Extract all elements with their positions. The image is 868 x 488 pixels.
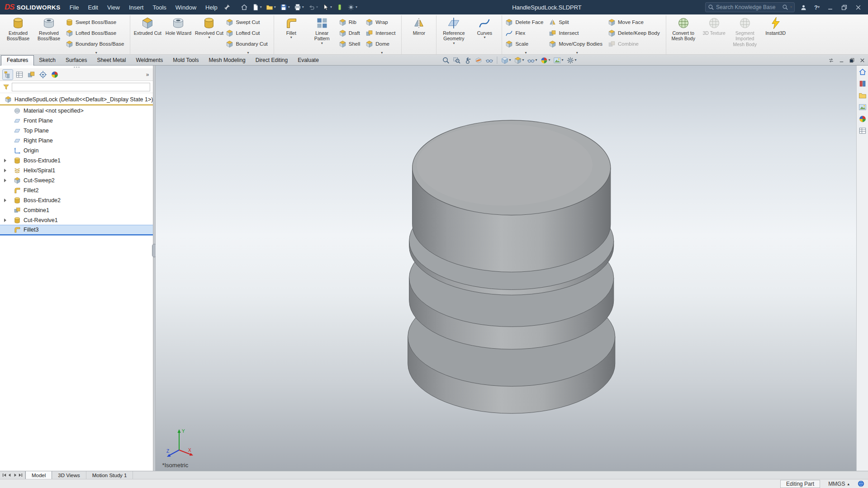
lofted-cut-button[interactable]: Lofted Cut <box>225 28 271 38</box>
tree-item-top-plane[interactable]: Top Plane <box>0 126 153 136</box>
tab-motion-study-1[interactable]: Motion Study 1 <box>86 471 133 479</box>
apply-scene-icon[interactable]: ▾ <box>552 56 565 65</box>
file-explorer-icon[interactable] <box>859 91 867 99</box>
search-dropdown-icon[interactable]: ▾ <box>790 5 792 9</box>
revolved-cut-button[interactable]: Revolved Cut ▾ <box>194 15 224 54</box>
fillet-button[interactable]: Fillet ▾ <box>276 15 306 54</box>
model-3d-stacked-cylinders[interactable] <box>156 66 856 471</box>
edit-appearance-icon[interactable]: ▾ <box>539 56 552 65</box>
draft-button[interactable]: Draft <box>338 28 364 38</box>
solidworks-resources-icon[interactable] <box>859 68 867 76</box>
rib-button[interactable]: Rib <box>338 17 364 28</box>
tab-model[interactable]: Model <box>25 471 52 479</box>
doc-restore-icon[interactable] <box>849 57 855 63</box>
restore-window-icon[interactable] <box>839 3 849 12</box>
extruded-cut-button[interactable]: Extruded Cut <box>133 15 162 54</box>
view-orientation-icon[interactable]: ▾ <box>499 56 512 65</box>
display-manager-tab[interactable] <box>50 70 60 80</box>
expand-arrow-icon[interactable] <box>4 199 6 202</box>
move-face-button[interactable]: Move Face <box>607 17 664 28</box>
save-icon[interactable]: ▾ <box>279 3 291 12</box>
expand-arrow-icon[interactable] <box>4 218 6 222</box>
shell-button[interactable]: Shell <box>338 38 364 49</box>
tree-item-fillet3[interactable]: Fillet3 <box>0 225 153 235</box>
move-copy-bodies-button[interactable]: Move/Copy Bodies <box>548 38 606 49</box>
section-view-icon[interactable] <box>473 56 484 65</box>
tree-item-cut-revolve1[interactable]: Cut-Revolve1 <box>0 215 153 225</box>
dome-column-dropdown-icon[interactable]: ▾ <box>365 49 399 54</box>
new-file-icon[interactable]: ▾ <box>251 3 263 12</box>
expand-arrow-icon[interactable] <box>4 159 6 162</box>
expand-arrow-icon[interactable] <box>4 169 6 172</box>
tree-filter-input[interactable] <box>12 83 150 91</box>
search-scope-icon[interactable] <box>782 4 788 10</box>
menu-tools[interactable]: Tools <box>148 0 171 14</box>
view-palette-icon[interactable] <box>859 103 867 111</box>
manager-tabs-overflow-icon[interactable]: » <box>145 71 151 78</box>
fillet-dropdown-icon[interactable]: ▾ <box>290 36 292 39</box>
extruded-boss-base-button[interactable]: Extruded Boss/Base <box>3 15 33 54</box>
swept-cut-button[interactable]: Swept Cut <box>225 17 271 28</box>
tab-direct-editing[interactable]: Direct Editing <box>251 56 293 65</box>
property-manager-tab[interactable] <box>14 70 24 80</box>
tab-mold-tools[interactable]: Mold Tools <box>168 56 204 65</box>
tree-item-cut-sweep2[interactable]: Cut-Sweep2 <box>0 175 153 185</box>
flex-button[interactable]: Flex <box>504 28 547 38</box>
scale-button[interactable]: Scale <box>504 38 547 49</box>
dynamic-annotation-views-icon[interactable] <box>484 56 494 65</box>
menu-help[interactable]: Help <box>201 0 222 14</box>
split-button[interactable]: Split <box>548 17 606 28</box>
tree-item-combine1[interactable]: Combine1 <box>0 205 153 215</box>
custom-properties-icon[interactable] <box>859 127 867 135</box>
split-column-dropdown-icon[interactable]: ▾ <box>548 49 606 54</box>
help-icon[interactable]: ?▾ <box>812 3 821 12</box>
reference-geometry-dropdown-icon[interactable]: ▾ <box>453 42 455 45</box>
boundary-boss-base-button[interactable]: Boundary Boss/Base <box>65 38 128 49</box>
tree-item-front-plane[interactable]: Front Plane <box>0 116 153 126</box>
linear-pattern-dropdown-icon[interactable]: ▾ <box>321 42 323 45</box>
tab-scroll-left-icon[interactable] <box>8 473 12 477</box>
connection-status-icon[interactable] <box>858 480 864 487</box>
tab-scroll-last-icon[interactable] <box>19 473 23 477</box>
convert-to-mesh-body-button[interactable]: Convert to Mesh Body <box>669 15 698 54</box>
curves-dropdown-icon[interactable]: ▾ <box>484 36 485 39</box>
hole-wizard-button[interactable]: Hole Wizard <box>163 15 193 54</box>
reference-geometry-button[interactable]: Reference Geometry ▾ <box>439 15 469 54</box>
menu-insert[interactable]: Insert <box>124 0 148 14</box>
minimize-window-icon[interactable] <box>825 3 835 12</box>
zoom-to-area-icon[interactable] <box>451 56 462 65</box>
intersect-button[interactable]: Intersect <box>365 28 399 38</box>
tree-item-boss-extrude2[interactable]: Boss-Extrude2 <box>0 195 153 205</box>
tree-item-origin[interactable]: Origin <box>0 146 153 156</box>
dimxpert-manager-tab[interactable] <box>38 70 48 80</box>
delete-face-column-dropdown-icon[interactable]: ▾ <box>504 49 547 54</box>
tree-item-fillet2[interactable]: Fillet2 <box>0 185 153 195</box>
cut-column-dropdown-icon[interactable]: ▾ <box>225 49 271 54</box>
pin-toolbar-icon[interactable] <box>222 3 232 12</box>
tab-evaluate[interactable]: Evaluate <box>293 56 324 65</box>
delete-face-button[interactable]: Delete Face <box>504 17 547 28</box>
open-file-icon[interactable]: ▾ <box>265 3 277 12</box>
tab-scroll-right-icon[interactable] <box>13 473 17 477</box>
login-user-icon[interactable] <box>798 3 809 12</box>
delete-keep-body-button[interactable]: Delete/Keep Body <box>607 28 664 38</box>
menu-window[interactable]: Window <box>171 0 201 14</box>
print-icon[interactable]: ▾ <box>293 3 305 12</box>
tab-surfaces[interactable]: Surfaces <box>61 56 92 65</box>
boundary-cut-button[interactable]: Boundary Cut <box>225 38 271 49</box>
configuration-manager-tab[interactable] <box>26 70 36 80</box>
menu-file[interactable]: File <box>65 0 84 14</box>
display-style-icon[interactable]: ▾ <box>512 56 525 65</box>
tab-scroll-first-icon[interactable] <box>2 473 6 477</box>
revolved-boss-base-button[interactable]: Revolved Boss/Base <box>34 15 64 54</box>
view-settings-icon[interactable]: ▾ <box>565 56 578 65</box>
appearances-scenes-icon[interactable] <box>859 115 867 123</box>
expand-arrow-icon[interactable] <box>4 179 6 182</box>
doc-close-icon[interactable] <box>859 57 865 63</box>
swap-panels-icon[interactable] <box>828 57 834 63</box>
doc-minimize-icon[interactable] <box>839 57 844 63</box>
boss-column-dropdown-icon[interactable]: ▾ <box>65 49 128 54</box>
swept-boss-base-button[interactable]: Swept Boss/Base <box>65 17 128 28</box>
tree-item-boss-extrude1[interactable]: Boss-Extrude1 <box>0 156 153 166</box>
intersect-bodies-button[interactable]: Intersect <box>548 28 606 38</box>
